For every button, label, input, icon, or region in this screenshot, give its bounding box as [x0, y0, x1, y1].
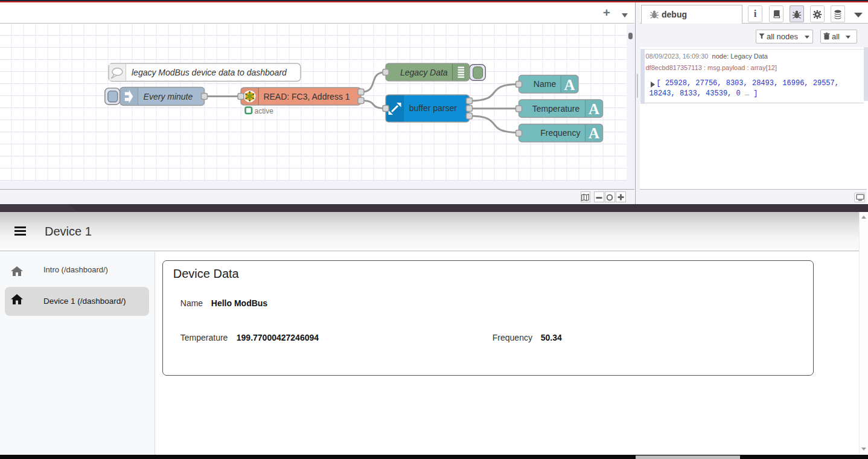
- svg-text:Every minute: Every minute: [144, 92, 193, 101]
- svg-text:Temperature: Temperature: [532, 104, 580, 114]
- svg-text:buffer parser: buffer parser: [409, 103, 457, 113]
- svg-text:Name: Name: [534, 79, 557, 89]
- svg-text:A: A: [589, 101, 599, 117]
- svg-text:A: A: [589, 125, 599, 141]
- svg-text:Frequency: Frequency: [540, 128, 580, 138]
- svg-text:Legacy Data: Legacy Data: [400, 68, 448, 77]
- svg-text:A: A: [564, 77, 575, 93]
- svg-text:active: active: [255, 107, 274, 115]
- svg-text:legacy ModBus device data to d: legacy ModBus device data to dashboard: [132, 68, 287, 77]
- svg-text:READ: FC3, Address 1: READ: FC3, Address 1: [263, 92, 349, 101]
